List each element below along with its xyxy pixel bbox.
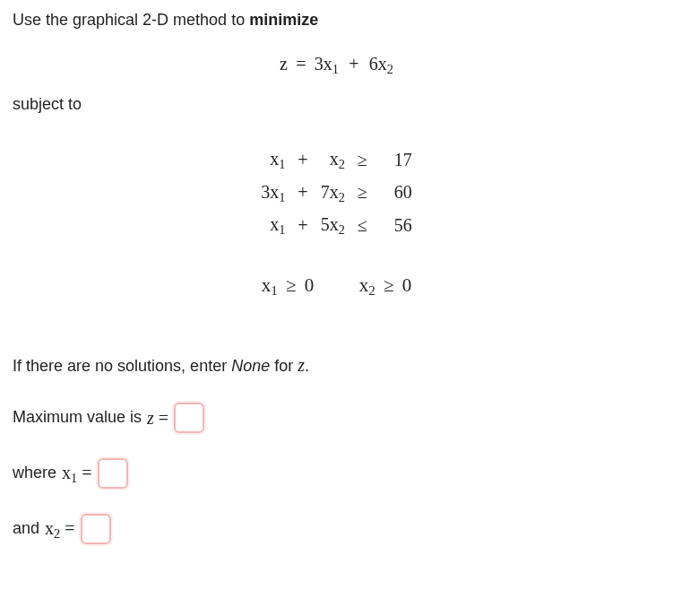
answer-z-label: Maximum value is [13,406,142,429]
obj-rhs-b: 6x2 [369,54,393,74]
intro-bold: minimize [249,11,318,29]
obj-rhs-a: 3x1 [315,54,339,74]
answer-x2-var: x2 = [45,516,74,542]
nonneg-x1: x1 ≥ 0 [262,274,319,296]
answer-x1-label: where [13,462,56,484]
objective-expression: z = 3x1 + 6x2 [280,53,393,74]
answer-x2-line: and x2 = [13,514,660,544]
obj-eq: = [292,54,309,74]
answer-x2-input[interactable] [81,514,111,544]
note-text: If there are no solutions, enter None fo… [13,352,660,377]
answer-z-input[interactable] [174,403,204,433]
subject-to-text: subject to [13,93,660,116]
obj-plus: + [343,54,364,74]
constraint-row: 3x1 + 7x2 ≥ 60 [255,178,418,209]
answer-x2-label: and [13,517,39,540]
intro-text: Use the graphical 2-D method to minimize [13,9,660,31]
constraints-block: x1 + x2 ≥ 17 3x1 + 7x2 ≥ 60 x1 + 5x2 ≤ 5… [13,143,660,247]
constraint-row: x1 + 5x2 ≤ 56 [255,210,418,241]
answer-z-var: z = [147,405,168,430]
nonneg-block: x1 ≥ 0 x2 ≥ 0 [13,274,660,299]
obj-lhs: z [280,54,288,74]
objective-block: z = 3x1 + 6x2 [13,53,660,77]
intro-pre: Use the graphical 2-D method to [13,11,249,29]
answer-x1-line: where x1 = [13,458,660,489]
constraints-table: x1 + x2 ≥ 17 3x1 + 7x2 ≥ 60 x1 + 5x2 ≤ 5… [254,143,419,243]
problem-page: Use the graphical 2-D method to minimize… [0,0,673,562]
answer-x1-input[interactable] [98,458,128,489]
nonneg-x2: x2 ≥ 0 [359,274,412,296]
answer-z-line: Maximum value is z = [13,403,660,433]
constraint-row: x1 + x2 ≥ 17 [255,144,418,176]
answer-x1-var: x1 = [62,460,91,487]
